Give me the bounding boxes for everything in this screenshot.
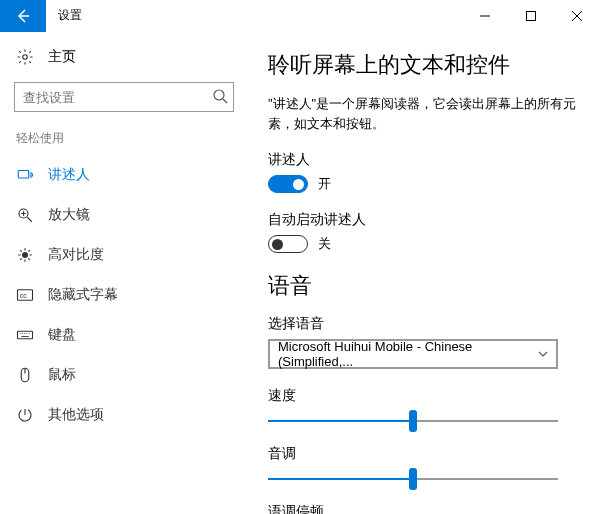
search-input[interactable]	[14, 82, 234, 112]
sidebar-item-other-options[interactable]: 其他选项	[0, 395, 248, 435]
minimize-button[interactable]	[462, 0, 508, 32]
voice-select-label: 选择语音	[268, 315, 580, 333]
svg-rect-8	[18, 331, 33, 339]
voice-selected-value: Microsoft Huihui Mobile - Chinese (Simpl…	[278, 339, 538, 369]
voice-dropdown[interactable]: Microsoft Huihui Mobile - Chinese (Simpl…	[268, 339, 558, 369]
content-area: 聆听屏幕上的文本和控件 "讲述人"是一个屏幕阅读器，它会读出屏幕上的所有元素，如…	[248, 32, 600, 514]
power-icon	[16, 406, 34, 424]
sidebar-item-label: 讲述人	[48, 166, 90, 184]
mouse-icon	[16, 366, 34, 384]
close-icon	[572, 11, 582, 21]
chevron-down-icon	[538, 349, 548, 359]
page-description: "讲述人"是一个屏幕阅读器，它会读出屏幕上的所有元素，如文本和按钮。	[268, 94, 580, 133]
search-container	[14, 82, 234, 112]
magnifier-icon	[16, 206, 34, 224]
minimize-icon	[480, 11, 490, 21]
speed-slider[interactable]	[268, 411, 558, 431]
narrator-icon	[16, 166, 34, 184]
autostart-toggle[interactable]	[268, 235, 308, 253]
contrast-icon	[16, 246, 34, 264]
narrator-toggle[interactable]	[268, 175, 308, 193]
sidebar-item-keyboard[interactable]: 键盘	[0, 315, 248, 355]
sidebar-section-label: 轻松使用	[0, 124, 248, 155]
svg-rect-3	[18, 171, 29, 179]
search-icon	[212, 88, 228, 104]
sidebar-item-label: 隐藏式字幕	[48, 286, 118, 304]
cc-icon: cc	[16, 286, 34, 304]
title-bar: 设置	[0, 0, 600, 32]
window-title: 设置	[58, 7, 82, 24]
svg-rect-0	[527, 11, 536, 20]
sidebar-item-label: 键盘	[48, 326, 76, 344]
sidebar: 主页 轻松使用 讲述人 放大镜 高对比度	[0, 32, 248, 514]
speed-slider-label: 速度	[268, 387, 580, 405]
home-button[interactable]: 主页	[0, 48, 248, 76]
pitch-slider-label: 音调	[268, 445, 580, 463]
arrow-left-icon	[15, 8, 31, 24]
svg-text:cc: cc	[20, 292, 27, 299]
sidebar-item-mouse[interactable]: 鼠标	[0, 355, 248, 395]
narrator-toggle-state: 开	[318, 175, 331, 193]
autostart-toggle-state: 关	[318, 235, 331, 253]
sidebar-item-magnifier[interactable]: 放大镜	[0, 195, 248, 235]
maximize-icon	[526, 11, 536, 21]
sidebar-item-closed-captions[interactable]: cc 隐藏式字幕	[0, 275, 248, 315]
svg-point-5	[22, 252, 28, 258]
autostart-toggle-label: 自动启动讲述人	[268, 211, 580, 229]
sidebar-item-narrator[interactable]: 讲述人	[0, 155, 248, 195]
sidebar-item-label: 鼠标	[48, 366, 76, 384]
narrator-toggle-label: 讲述人	[268, 151, 580, 169]
gear-icon	[16, 48, 34, 66]
pitch-slider[interactable]	[268, 469, 558, 489]
sidebar-item-high-contrast[interactable]: 高对比度	[0, 235, 248, 275]
sidebar-item-label: 高对比度	[48, 246, 104, 264]
maximize-button[interactable]	[508, 0, 554, 32]
home-label: 主页	[48, 48, 76, 66]
close-button[interactable]	[554, 0, 600, 32]
intonation-toggle-label: 语调停顿	[268, 503, 580, 514]
svg-point-1	[23, 55, 28, 60]
keyboard-icon	[16, 326, 34, 344]
sidebar-item-label: 其他选项	[48, 406, 104, 424]
sidebar-item-label: 放大镜	[48, 206, 90, 224]
svg-point-2	[214, 90, 224, 100]
back-button[interactable]	[0, 0, 46, 32]
page-title: 聆听屏幕上的文本和控件	[268, 50, 580, 80]
voice-heading: 语音	[268, 271, 580, 301]
